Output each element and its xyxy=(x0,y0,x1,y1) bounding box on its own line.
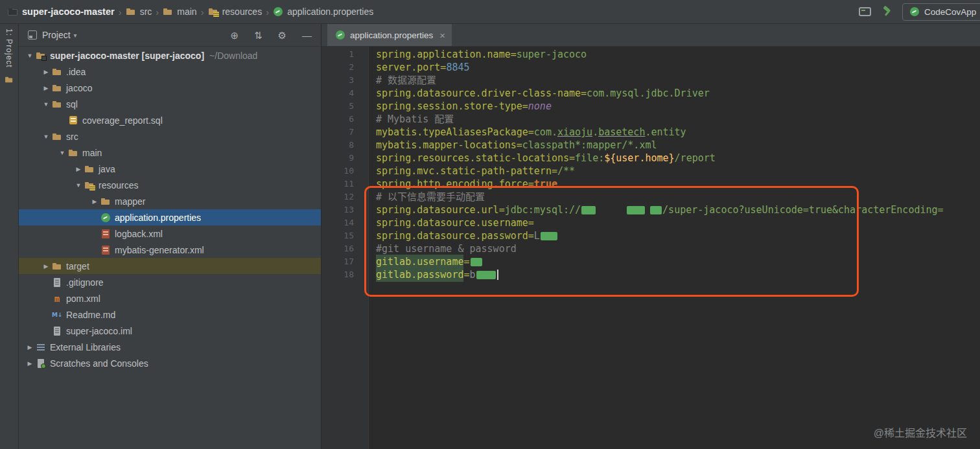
code-line-1[interactable]: 1spring.application.name=super-jacoco xyxy=(321,48,980,61)
chevron-down-icon[interactable]: ▼ xyxy=(40,133,52,140)
code-segment: spring.resources.static-locations xyxy=(376,152,569,165)
chevron-right-icon[interactable]: ▶ xyxy=(24,360,36,367)
project-icon xyxy=(36,51,46,61)
editor-tab[interactable]: application.properties × xyxy=(327,24,452,46)
tree-item-gitignore[interactable]: .gitignore xyxy=(19,274,321,290)
tree-item-label: target xyxy=(66,261,89,271)
tree-item-idea[interactable]: ▶.idea xyxy=(19,63,321,80)
chevron-right-icon[interactable]: ▶ xyxy=(89,198,100,205)
code-line-9[interactable]: 9spring.resources.static-locations=file:… xyxy=(321,152,980,165)
chevron-down-icon[interactable]: ▼ xyxy=(73,182,84,189)
tree-item-application-properties[interactable]: application.properties xyxy=(19,209,321,225)
code-segment: # 数据源配置 xyxy=(376,74,436,87)
code-line-16[interactable]: 16#git username & password xyxy=(321,242,980,255)
tree-item-jacoco[interactable]: ▶jacoco xyxy=(19,80,321,96)
breadcrumb-item-src[interactable]: src xyxy=(126,6,152,17)
chevron-down-icon[interactable]: ▼ xyxy=(24,52,36,59)
code-line-6[interactable]: 6# Mybatis 配置 xyxy=(321,113,980,126)
line-number: 3 xyxy=(321,74,368,87)
tree-item-scratches-and-consoles[interactable]: ▶Scratches and Consoles xyxy=(19,355,321,371)
code-segment: gitlab.password xyxy=(376,268,463,282)
code-line-8[interactable]: 8mybatis.mapper-locations=classpath*:map… xyxy=(321,139,980,152)
line-number: 13 xyxy=(321,203,368,216)
code-line-11[interactable]: 11spring.http.encoding.force=true xyxy=(321,178,980,190)
code-line-12[interactable]: 12# 以下信息需要手动配置 xyxy=(321,190,980,203)
code-segment: spring.http.encoding.force xyxy=(376,178,528,190)
tree-item-mybatis-generator-xml[interactable]: mybatis-generator.xml xyxy=(19,242,321,258)
code-line-3[interactable]: 3# 数据源配置 xyxy=(321,74,980,87)
tree-item-src[interactable]: ▼src xyxy=(19,128,321,144)
editor[interactable]: 1spring.application.name=super-jacoco2se… xyxy=(321,47,980,449)
tree-item-readme-md[interactable]: M↓Readme.md xyxy=(19,306,321,323)
code-line-15[interactable]: 15spring.datasource.password=L xyxy=(321,229,980,242)
project-tool-window-button[interactable]: 1: Project xyxy=(0,24,18,85)
run-configuration[interactable]: CodeCovApp xyxy=(902,3,980,21)
breadcrumb-item-application-properties[interactable]: application.properties xyxy=(273,6,373,17)
code-text: spring.datasource.driver-class-name=com.… xyxy=(368,87,710,100)
redaction-block xyxy=(627,206,645,214)
project-view-selector[interactable]: Project ▾ xyxy=(42,30,77,40)
code-line-2[interactable]: 2server.port=8845 xyxy=(321,61,980,74)
build-button[interactable] xyxy=(881,6,892,17)
tree-item-sql[interactable]: ▼sql xyxy=(19,96,321,112)
code-text: spring.datasource.password=L xyxy=(368,229,558,242)
tree-item-label: src xyxy=(66,132,78,142)
tree-item-target[interactable]: ▶target xyxy=(19,258,321,274)
code-segment: = xyxy=(522,100,528,113)
code-line-13[interactable]: 13spring.datasource.url=jdbc:mysql:///su… xyxy=(321,203,980,216)
settings-icon[interactable]: ⚙ xyxy=(278,30,286,40)
chevron-right-icon[interactable]: ▶ xyxy=(24,344,36,351)
tree-item-super-jacoco-iml[interactable]: super-jacoco.iml xyxy=(19,323,321,339)
tree-item-resources[interactable]: ▼resources xyxy=(19,177,321,193)
folder-icon xyxy=(163,6,173,17)
locate-icon[interactable]: ⊕ xyxy=(230,30,239,40)
project-tree: ▼super-jacoco-master [super-jacoco]~/Dow… xyxy=(19,47,321,449)
code-text: #git username & password xyxy=(368,242,517,255)
code-line-5[interactable]: 5spring.session.store-type=none xyxy=(321,100,980,113)
code-segment: basetech xyxy=(598,126,645,139)
breadcrumb-item-resources[interactable]: resources xyxy=(208,6,262,17)
breadcrumb-item-main[interactable]: main xyxy=(163,6,196,17)
chevron-down-icon[interactable]: ▼ xyxy=(56,150,68,156)
code-segment: gitlab.username xyxy=(376,255,463,269)
tree-item-coverage-report-sql[interactable]: coverage_report.sql xyxy=(19,112,321,128)
code-text: spring.mvc.static-path-pattern=/** xyxy=(368,165,575,178)
folder-icon xyxy=(5,75,14,84)
code-line-10[interactable]: 10spring.mvc.static-path-pattern=/** xyxy=(321,165,980,178)
hide-panel-icon[interactable]: — xyxy=(302,30,312,40)
tree-item-external-libraries[interactable]: ▶External Libraries xyxy=(19,339,321,355)
code-segment: 8845 xyxy=(446,61,469,74)
code-segment: = xyxy=(528,178,534,190)
breadcrumb-item-super-jacoco-master[interactable]: super-jacoco-master xyxy=(8,6,115,17)
code-segment: spring.session.store-type xyxy=(376,100,522,113)
breadcrumb-label: main xyxy=(177,6,196,17)
chevron-down-icon[interactable]: ▼ xyxy=(40,101,52,108)
line-number: 7 xyxy=(321,126,368,139)
code-text: spring.datasource.username= xyxy=(368,216,534,229)
code-segment: = xyxy=(528,216,534,229)
tree-item-logback-xml[interactable]: logback.xml xyxy=(19,225,321,242)
code-line-7[interactable]: 7mybatis.typeAliasesPackage=com.xiaoju.b… xyxy=(321,126,980,139)
code-line-4[interactable]: 4spring.datasource.driver-class-name=com… xyxy=(321,87,980,100)
tree-item-java[interactable]: ▶java xyxy=(19,161,321,177)
code-line-17[interactable]: 17gitlab.username= xyxy=(321,255,980,268)
tree-item-pom-xml[interactable]: mpom.xml xyxy=(19,290,321,306)
collapse-all-icon[interactable]: ⇅ xyxy=(254,30,262,40)
chevron-right-icon[interactable]: ▶ xyxy=(40,69,52,75)
terminal-button[interactable] xyxy=(859,7,871,16)
tree-item-super-jacoco-master-super-jacoco[interactable]: ▼super-jacoco-master [super-jacoco]~/Dow… xyxy=(19,47,321,63)
tree-item-mapper[interactable]: ▶mapper xyxy=(19,193,321,209)
code-line-18[interactable]: 18gitlab.password=b xyxy=(321,268,980,281)
code-segment: spring.datasource.driver-class-name xyxy=(376,87,581,100)
chevron-right-icon[interactable]: ▶ xyxy=(40,85,52,91)
folder-icon xyxy=(52,67,62,77)
line-number: 9 xyxy=(321,152,368,165)
code-line-14[interactable]: 14spring.datasource.username= xyxy=(321,216,980,229)
chevron-right-icon[interactable]: ▶ xyxy=(73,166,84,172)
chevron-right-icon[interactable]: ▶ xyxy=(40,263,52,270)
tree-item-main[interactable]: ▼main xyxy=(19,144,321,161)
close-icon[interactable]: × xyxy=(439,30,445,40)
tree-item-label: java xyxy=(99,164,115,174)
tree-item-label: super-jacoco-master [super-jacoco] xyxy=(50,51,204,61)
code-segment: /** xyxy=(557,165,575,178)
